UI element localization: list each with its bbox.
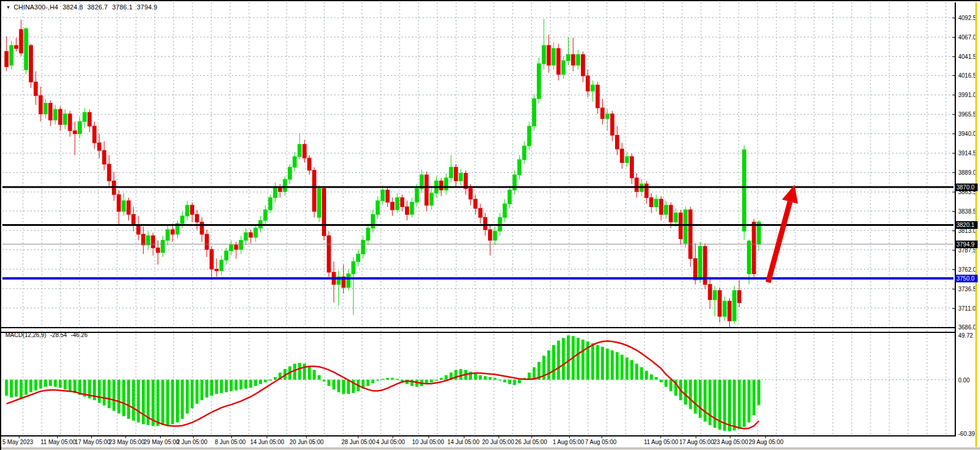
macd-signal-value: -46.26 — [71, 332, 87, 338]
candle-down — [610, 114, 614, 135]
candle-down — [547, 45, 550, 65]
macd-histogram-bar — [298, 363, 301, 380]
macd-histogram-bar — [54, 380, 57, 387]
candle-up — [239, 240, 242, 249]
macd-histogram-bar — [274, 377, 277, 380]
candle-up — [655, 199, 658, 207]
candle-down — [34, 82, 38, 95]
price-axis-label: 3762.0 — [958, 266, 976, 273]
price-axis-tick — [952, 75, 955, 76]
macd-indicator-label: MACD(12,26,9) -28.54 -46.26 — [5, 332, 90, 338]
macd-histogram-bar — [758, 380, 760, 405]
price-axis-label: 3991.0 — [958, 92, 976, 98]
time-axis-label: 10 Jul 05:00 — [412, 439, 444, 445]
chevron-down-icon[interactable]: ▼ — [6, 5, 11, 10]
macd-axis-label: 49.72 — [958, 332, 973, 339]
price-tag: 3870.0 — [955, 184, 978, 191]
candle-up — [44, 104, 47, 114]
candle-up — [742, 150, 746, 231]
macd-histogram-bar — [518, 380, 521, 384]
time-axis-label: 29 May 05:00 — [144, 439, 180, 445]
time-axis-label: 11 May 05:00 — [41, 439, 76, 445]
macd-histogram-bar — [157, 380, 160, 426]
macd-panel[interactable] — [2, 331, 955, 435]
candle-down — [601, 108, 604, 118]
macd-histogram-bar — [220, 380, 223, 394]
candle-down — [200, 222, 204, 234]
candle-up — [254, 228, 257, 238]
macd-histogram-bar — [59, 380, 62, 388]
candle-down — [117, 195, 121, 211]
time-axis-tick — [125, 436, 126, 438]
macd-histogram-bar — [259, 380, 262, 385]
candle-up — [748, 241, 751, 274]
candle-up — [503, 204, 507, 217]
time-axis-label: 2 Jun 05:00 — [177, 439, 207, 445]
candle-down — [708, 285, 712, 300]
candle-down — [659, 199, 663, 215]
candle-down — [620, 149, 624, 162]
time-axis-label: 14 Jul 05:00 — [447, 439, 480, 445]
candle-up — [147, 236, 150, 245]
macd-histogram-bar — [440, 378, 443, 379]
price-axis-tick — [952, 37, 955, 38]
macd-histogram-bar — [64, 380, 67, 390]
macd-histogram-bar — [303, 364, 306, 379]
candle-up — [699, 246, 702, 280]
price-axis-tick — [952, 114, 955, 115]
candle-down — [151, 236, 155, 248]
time-axis-label: 23 May 05:00 — [109, 439, 145, 445]
macd-histogram-bar — [250, 380, 253, 388]
candle-up — [410, 202, 414, 215]
candle-down — [483, 218, 487, 230]
macd-histogram-bar — [264, 380, 267, 383]
candle-down — [195, 214, 199, 222]
macd-histogram-bar — [235, 380, 238, 391]
trading-chart-window: ▼CHINA300-,H4 3824.8 3826.7 3786.1 3794.… — [0, 0, 980, 450]
price-axis-label: 3686.0 — [958, 324, 976, 331]
candle-up — [430, 193, 433, 205]
macd-histogram-bar — [752, 380, 755, 416]
macd-histogram-bar — [49, 380, 52, 386]
candle-up — [64, 114, 67, 125]
candle-down — [132, 214, 135, 225]
candlestick-chart[interactable] — [2, 2, 955, 328]
candle-down — [323, 188, 326, 235]
time-axis-tick — [765, 436, 766, 438]
price-axis-tick — [952, 211, 955, 212]
candle-up — [264, 210, 267, 221]
macd-histogram-bar — [166, 380, 169, 426]
low-value: 3786.1 — [112, 4, 132, 11]
candle-down — [58, 109, 62, 125]
macd-histogram-bar — [137, 380, 140, 423]
candle-down — [616, 135, 619, 149]
macd-histogram-bar — [142, 380, 145, 425]
price-axis-tick — [952, 231, 955, 231]
time-axis-label: 17 May 05:00 — [75, 439, 111, 445]
candle-down — [171, 229, 174, 234]
candle-up — [185, 205, 189, 216]
candle-up — [527, 126, 531, 146]
macd-histogram-bar — [699, 380, 702, 418]
time-axis-tick — [569, 436, 570, 438]
price-axis-tick — [952, 327, 955, 328]
candle-up — [225, 251, 228, 261]
candle-down — [92, 126, 96, 142]
candle-down — [718, 291, 722, 316]
candle-down — [572, 55, 575, 65]
candle-up — [625, 156, 629, 162]
candle-down — [5, 52, 8, 67]
price-axis-label: 3940.0 — [958, 131, 976, 137]
candle-down — [489, 229, 492, 240]
trend-arrow-shaft[interactable] — [768, 202, 790, 282]
candle-up — [493, 231, 497, 241]
price-axis-label: 3838.5 — [958, 208, 976, 215]
price-tag: 3820.1 — [955, 221, 978, 229]
price-axis-tick — [952, 192, 955, 192]
candle-up — [274, 187, 277, 198]
macd-histogram-bar — [616, 352, 619, 380]
macd-histogram-bar — [484, 376, 487, 379]
macd-histogram-bar — [337, 380, 340, 392]
macd-histogram-bar — [191, 380, 194, 408]
macd-histogram-bar — [342, 380, 345, 394]
